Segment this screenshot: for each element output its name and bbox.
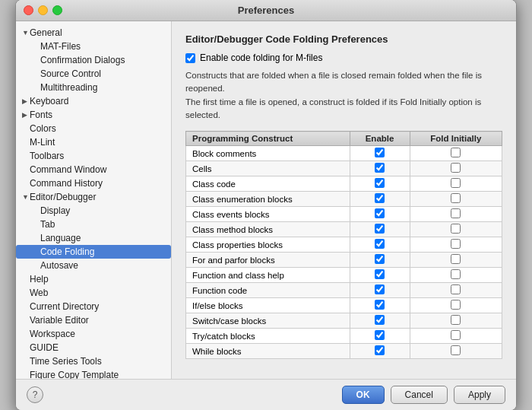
table-row: Class method blocks — [186, 222, 502, 237]
sidebar-item-toolbars[interactable]: Toolbars — [16, 149, 171, 163]
sidebar-item-source-control[interactable]: Source Control — [16, 67, 171, 81]
maximize-button[interactable] — [52, 5, 62, 15]
fold-initially-checkbox[interactable] — [451, 208, 461, 218]
fold-initially-checkbox[interactable] — [451, 345, 461, 355]
enable-cell — [350, 298, 410, 313]
sidebar-item-command-window[interactable]: Command Window — [16, 163, 171, 176]
main-panel: Editor/Debugger Code Folding Preferences… — [172, 21, 516, 379]
enable-checkbox[interactable] — [375, 148, 385, 157]
col-enable: Enable — [350, 132, 410, 146]
fold-initially-checkbox[interactable] — [451, 330, 461, 340]
sidebar-item-label: Multithreading — [40, 82, 97, 93]
enable-checkbox[interactable] — [375, 224, 385, 234]
sidebar-item-label: Time Series Tools — [30, 356, 102, 367]
enable-cell — [350, 283, 410, 298]
fold-initially-checkbox[interactable] — [451, 224, 461, 234]
enable-checkbox[interactable] — [375, 269, 385, 279]
ok-button[interactable]: OK — [342, 386, 385, 404]
sidebar-item-variable-editor[interactable]: Variable Editor — [16, 313, 171, 327]
sidebar-item-mat-files[interactable]: MAT-Files — [16, 40, 171, 53]
enable-checkbox[interactable] — [375, 345, 385, 355]
enable-checkbox[interactable] — [375, 315, 385, 325]
triangle-closed-icon — [22, 111, 30, 119]
sidebar-item-label: Help — [30, 274, 49, 284]
sidebar-item-fonts[interactable]: Fonts — [16, 108, 171, 122]
fold-initially-checkbox[interactable] — [451, 269, 461, 279]
table-row: Class code — [186, 176, 502, 192]
enable-cell — [350, 176, 410, 192]
fold-initially-cell — [410, 344, 502, 359]
construct-name: For and parfor blocks — [186, 253, 350, 268]
construct-name: Class code — [186, 176, 350, 192]
sidebar-item-m-lint[interactable]: M-Lint — [16, 135, 171, 149]
fold-initially-cell — [410, 207, 502, 222]
sidebar-item-time-series-tools[interactable]: Time Series Tools — [16, 354, 171, 368]
table-row: Try/catch blocks — [186, 329, 502, 344]
table-row: Function code — [186, 283, 502, 298]
enable-cell — [350, 329, 410, 344]
minimize-button[interactable] — [38, 5, 48, 15]
sidebar-item-current-directory[interactable]: Current Directory — [16, 300, 171, 313]
enable-checkbox[interactable] — [375, 208, 385, 218]
cancel-button[interactable]: Cancel — [391, 386, 448, 404]
sidebar-item-general[interactable]: General — [16, 26, 171, 40]
fold-initially-cell — [410, 283, 502, 298]
fold-initially-cell — [410, 253, 502, 268]
construct-name: Function and class help — [186, 268, 350, 283]
sidebar-item-display[interactable]: Display — [16, 204, 171, 218]
sidebar-item-help[interactable]: Help — [16, 272, 171, 286]
sidebar-item-label: Confirmation Dialogs — [40, 55, 125, 65]
enable-checkbox[interactable] — [375, 163, 385, 173]
enable-checkbox[interactable] — [375, 330, 385, 340]
sidebar-item-web[interactable]: Web — [16, 286, 171, 300]
enable-checkbox[interactable] — [375, 193, 385, 203]
fold-initially-checkbox[interactable] — [451, 239, 461, 249]
sidebar-item-label: GUIDE — [30, 342, 59, 353]
enable-checkbox[interactable] — [375, 239, 385, 249]
construct-name: Class enumeration blocks — [186, 192, 350, 207]
fold-initially-checkbox[interactable] — [451, 163, 461, 173]
construct-name: Try/catch blocks — [186, 329, 350, 344]
sidebar-item-editor-debugger[interactable]: Editor/Debugger — [16, 190, 171, 204]
fold-initially-checkbox[interactable] — [451, 178, 461, 188]
sidebar-item-label: Workspace — [30, 329, 75, 339]
sidebar-item-figure-copy-template[interactable]: Figure Copy Template — [16, 368, 171, 379]
sidebar-item-confirmation-dialogs[interactable]: Confirmation Dialogs — [16, 53, 171, 67]
sidebar-item-code-folding[interactable]: Code Folding — [16, 245, 171, 259]
sidebar-item-label: Command History — [30, 178, 103, 189]
sidebar-item-label: Keyboard — [30, 96, 68, 106]
construct-name: Function code — [186, 283, 350, 298]
sidebar-item-tab[interactable]: Tab — [16, 218, 171, 231]
fold-initially-checkbox[interactable] — [451, 300, 461, 310]
sidebar-item-language[interactable]: Language — [16, 231, 171, 245]
sidebar-item-command-history[interactable]: Command History — [16, 176, 171, 190]
sidebar-item-autosave[interactable]: Autosave — [16, 259, 171, 272]
sidebar-item-multithreading[interactable]: Multithreading — [16, 81, 171, 94]
enable-cell — [350, 222, 410, 237]
enable-checkbox[interactable] — [375, 254, 385, 264]
sidebar-item-workspace[interactable]: Workspace — [16, 327, 171, 341]
construct-name: Class events blocks — [186, 207, 350, 222]
fold-initially-checkbox[interactable] — [451, 254, 461, 264]
apply-button[interactable]: Apply — [454, 386, 505, 404]
fold-initially-cell — [410, 237, 502, 253]
fold-initially-checkbox[interactable] — [451, 148, 461, 157]
enable-checkbox[interactable] — [375, 300, 385, 310]
sidebar-item-keyboard[interactable]: Keyboard — [16, 94, 171, 108]
enable-cell — [350, 161, 410, 176]
enable-folding-checkbox[interactable] — [185, 53, 195, 63]
sidebar-item-guide[interactable]: GUIDE — [16, 341, 171, 354]
close-button[interactable] — [24, 5, 33, 15]
construct-name: Switch/case blocks — [186, 313, 350, 329]
fold-initially-cell — [410, 176, 502, 192]
enable-checkbox[interactable] — [375, 178, 385, 188]
help-button[interactable]: ? — [27, 386, 43, 403]
enable-checkbox[interactable] — [375, 284, 385, 294]
code-folding-table: Programming Construct Enable Fold Initia… — [185, 131, 502, 359]
fold-initially-checkbox[interactable] — [451, 284, 461, 294]
fold-initially-checkbox[interactable] — [451, 315, 461, 325]
fold-initially-checkbox[interactable] — [451, 193, 461, 203]
table-row: Block comments — [186, 146, 502, 161]
sidebar: General MAT-Files Confirmation Dialogs S… — [16, 21, 172, 379]
sidebar-item-colors[interactable]: Colors — [16, 122, 171, 135]
